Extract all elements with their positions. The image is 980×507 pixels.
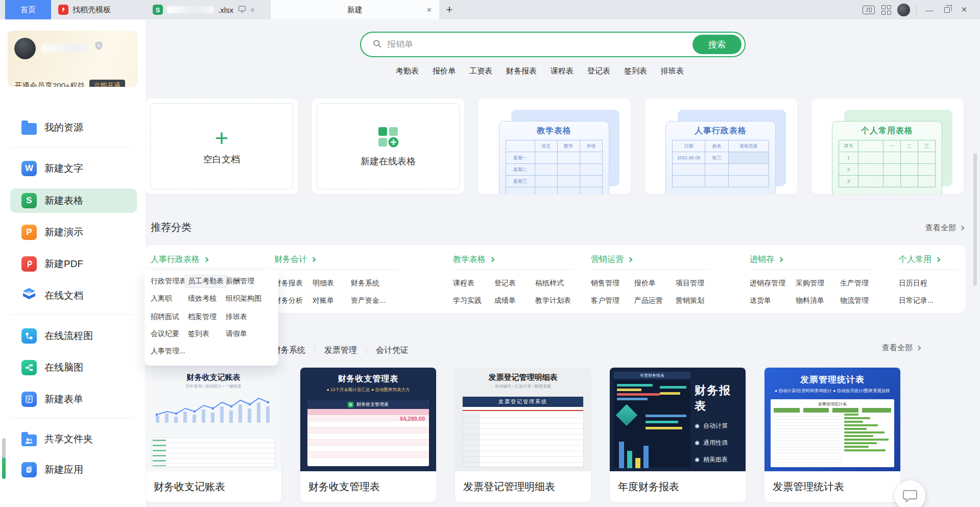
- category-item[interactable]: 教学计划表: [535, 296, 571, 305]
- category-marketing[interactable]: 营销运营: [591, 254, 632, 265]
- dropdown-item[interactable]: 排班表: [226, 312, 247, 322]
- restore-button[interactable]: [938, 0, 955, 19]
- dropdown-item[interactable]: 入离职: [151, 294, 172, 303]
- minimize-button[interactable]: —: [921, 0, 938, 19]
- category-item[interactable]: 财务分析: [274, 296, 303, 305]
- category-item[interactable]: 学习实践: [453, 296, 482, 305]
- vip-open-button[interactable]: 立即开通: [89, 80, 125, 87]
- category-item[interactable]: 对账单: [313, 296, 334, 305]
- category-item[interactable]: 报价单: [634, 279, 656, 288]
- dropdown-item[interactable]: 人事管理...: [151, 347, 185, 356]
- tab-open-spreadsheet[interactable]: S .xlsx: [146, 0, 271, 19]
- help-chat-button[interactable]: [895, 480, 925, 507]
- hot-word[interactable]: 排班表: [661, 66, 684, 76]
- category-hr-admin[interactable]: 人事行政表格: [151, 254, 208, 265]
- view-all-templates[interactable]: 查看全部: [882, 343, 920, 353]
- category-item[interactable]: 登记表: [494, 279, 516, 288]
- category-item[interactable]: 营销策划: [676, 296, 704, 305]
- close-tab-icon[interactable]: ✕: [426, 6, 432, 14]
- blank-doc-card[interactable]: + 空白文档: [146, 99, 298, 194]
- template-card-invoice-stats[interactable]: 发票管理统计表 ● 自动计算/任意时间查询统计 ● 自动按月统计/图表直观反映 …: [764, 368, 900, 502]
- tab-home[interactable]: 首页: [5, 0, 51, 19]
- category-item[interactable]: 销售管理: [591, 279, 619, 288]
- teaching-table-card[interactable]: 教学表格 语文数学外语 星期一 星期二 星期三: [479, 99, 631, 194]
- hot-word[interactable]: 工资表: [469, 66, 492, 76]
- category-teaching[interactable]: 教学表格: [453, 254, 494, 265]
- category-item[interactable]: 产品运营: [634, 296, 663, 305]
- tab-new-page[interactable]: 新建 ✕: [271, 0, 439, 19]
- dropdown-item[interactable]: 会议纪要: [151, 329, 179, 339]
- hot-word[interactable]: 课程表: [551, 66, 573, 76]
- category-name: 财务会计: [274, 254, 307, 265]
- category-inventory[interactable]: 进销存: [750, 254, 782, 265]
- search-button[interactable]: 搜索: [692, 35, 742, 54]
- hot-word[interactable]: 报价单: [433, 66, 456, 76]
- dropdown-item[interactable]: 组织架构图: [226, 294, 261, 303]
- category-item[interactable]: 进销存管理: [750, 279, 785, 288]
- tab-docer-templates[interactable]: 找稻壳模板: [51, 0, 146, 19]
- category-item[interactable]: 生产管理: [840, 279, 869, 288]
- sidebar-item-shared-folder[interactable]: 共享文件夹: [10, 427, 137, 451]
- sidebar-item-new-sheet[interactable]: S 新建表格: [10, 188, 137, 213]
- category-item[interactable]: 日常记录...: [899, 296, 934, 305]
- category-item[interactable]: 项目管理: [676, 279, 704, 288]
- new-online-sheet-card[interactable]: 新建在线表格: [312, 99, 464, 194]
- sidebar-item-new-app[interactable]: 新建应用: [10, 457, 137, 482]
- sidebar-item-online-doc[interactable]: 在线文档: [10, 283, 137, 308]
- category-item[interactable]: 日历日程: [899, 279, 927, 288]
- hot-word[interactable]: 签到表: [624, 66, 647, 76]
- sidebar-item-my-resources[interactable]: 我的资源: [10, 115, 137, 140]
- personal-table-card[interactable]: 个人常用表格 序号一二三 1 2 3: [811, 99, 964, 194]
- sidebar-item-new-presentation[interactable]: P 新建演示: [10, 220, 137, 245]
- category-item[interactable]: 采购管理: [796, 279, 824, 288]
- dropdown-item[interactable]: 请假单: [226, 329, 247, 339]
- category-item[interactable]: 明细表: [313, 279, 334, 288]
- hot-word[interactable]: 财务报表: [506, 66, 537, 76]
- sidebar-scroll-indicator[interactable]: [2, 438, 6, 479]
- category-item[interactable]: 财务系统: [351, 279, 379, 288]
- user-avatar[interactable]: [895, 0, 912, 19]
- view-all-categories[interactable]: 查看全部: [925, 223, 964, 233]
- sidebar-item-new-form[interactable]: 新建表单: [10, 387, 137, 412]
- recommend-section-title: 推荐分类: [151, 221, 192, 234]
- template-card-income-manager[interactable]: 财务收支管理表 ● 12个月金额计算汇总 ● 自动图表简美大方 S财务收支管理表…: [300, 368, 436, 502]
- dropdown-item[interactable]: 档案管理: [188, 312, 217, 322]
- filter-item[interactable]: 发票管理: [324, 345, 357, 356]
- dropdown-item[interactable]: 绩效考核: [188, 294, 217, 303]
- category-item[interactable]: 客户管理: [591, 296, 619, 305]
- sidebar-item-flowchart[interactable]: 在线流程图: [10, 324, 137, 348]
- template-card-income-ledger[interactable]: 财务收支记账表 日常查询 / 自动统计 / 一键筛选 财务收支记账表: [146, 368, 281, 502]
- category-finance[interactable]: 财务会计: [274, 254, 315, 265]
- category-personal[interactable]: 个人常用: [899, 254, 940, 265]
- filter-item[interactable]: 会计凭证: [376, 345, 409, 356]
- dropdown-item[interactable]: 薪酬管理: [226, 277, 254, 286]
- hot-word[interactable]: 登记表: [587, 66, 610, 76]
- sidebar-item-new-pdf[interactable]: 新建PDF: [10, 252, 137, 276]
- category-item[interactable]: 财务报表: [274, 279, 303, 288]
- category-item[interactable]: 物流管理: [840, 296, 869, 305]
- dropdown-item-hovered[interactable]: 员工考勤表: [184, 275, 227, 288]
- category-item[interactable]: 成绩单: [494, 296, 516, 305]
- hot-word[interactable]: 考勤表: [396, 66, 419, 76]
- profile-card[interactable]: S 开通会员享200+权益 立即开通: [8, 31, 138, 87]
- dropdown-item[interactable]: 招聘面试: [151, 312, 179, 322]
- dropdown-item[interactable]: 行政管理表: [151, 277, 186, 286]
- category-item[interactable]: 资产资金...: [351, 296, 386, 305]
- sidebar-item-new-doc[interactable]: W 新建文字: [10, 156, 137, 181]
- app-grid-icon[interactable]: [877, 0, 895, 19]
- main-scrollbar[interactable]: [973, 153, 977, 286]
- template-card-invoice-register[interactable]: 发票登记管理明细表 自动编号 / 汇总计算 / 数据直观 发票登记管理系统 发票…: [455, 368, 591, 502]
- dropdown-item[interactable]: 签到表: [188, 329, 209, 339]
- multiwindow-icon[interactable]: 2: [860, 0, 877, 19]
- sidebar-item-mindmap[interactable]: 在线脑图: [10, 355, 137, 380]
- template-card-annual-report[interactable]: 年度财务报表 财务报表 ✱自动计算 ✱通用性强 ✱精美图表 年度财务报表: [610, 368, 746, 502]
- add-tab-button[interactable]: +: [439, 0, 460, 19]
- thumb-subtitle: 自动编号 / 汇总计算 / 数据直观: [462, 383, 584, 389]
- hr-admin-table-card[interactable]: 人事行政表格 日期姓名请假信息 2022.06.08张三: [645, 99, 797, 194]
- category-item[interactable]: 物料清单: [796, 296, 824, 305]
- category-item[interactable]: 送货单: [750, 296, 771, 305]
- search-input[interactable]: [387, 39, 653, 50]
- category-item[interactable]: 稿纸样式: [535, 279, 564, 288]
- close-window-button[interactable]: ✕: [955, 0, 973, 19]
- category-item[interactable]: 课程表: [453, 279, 474, 288]
